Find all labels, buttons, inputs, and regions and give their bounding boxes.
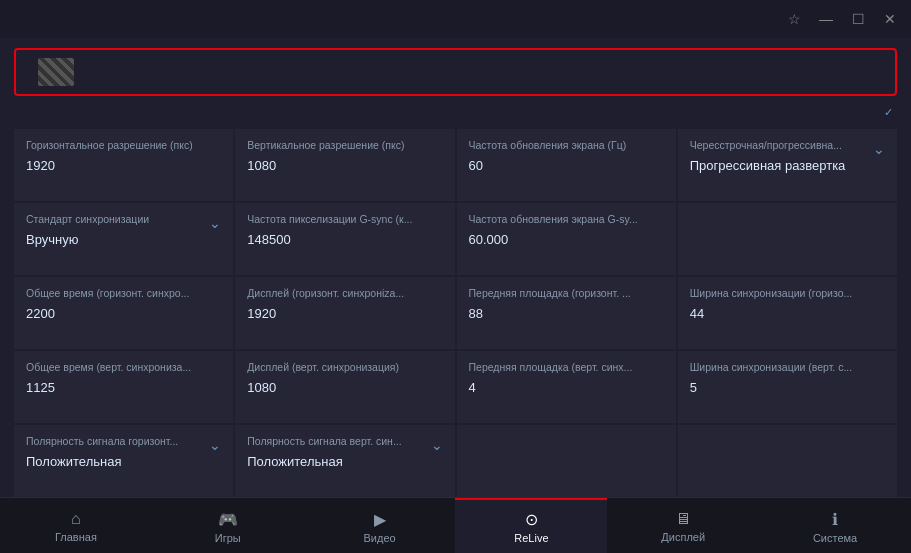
nav-icon: ℹ [832, 510, 838, 529]
setting-label: Общее время (верт. синхрониза... [26, 361, 221, 375]
nav-label: Главная [55, 531, 97, 543]
nav-item-видео[interactable]: ▶Видео [304, 498, 456, 553]
nav-label: Система [813, 532, 857, 544]
setting-value: Прогрессивная развертка [690, 158, 846, 173]
setting-label: Частота обновления экрана (Гц) [469, 139, 664, 153]
dropdown-arrow-icon[interactable]: ⌄ [873, 141, 885, 157]
setting-cell: Передняя площадка (верт. синх...4 [457, 351, 676, 423]
setting-label: Полярность сигнала верт. син... [247, 435, 401, 449]
setting-label: Ширина синхронизации (верт. с... [690, 361, 885, 375]
nav-icon: 🎮 [218, 510, 238, 529]
setting-cell: Передняя площадка (горизонт. ...88 [457, 277, 676, 349]
setting-label: Горизонтальное разрешение (пкс) [26, 139, 221, 153]
nav-icon: ⌂ [71, 510, 81, 528]
setting-label: Передняя площадка (верт. синх... [469, 361, 664, 375]
sub-actions: ✓ [870, 106, 897, 119]
setting-value: 44 [690, 306, 885, 321]
setting-value: 1920 [247, 306, 442, 321]
stripe-icon [38, 58, 74, 86]
setting-value: 60 [469, 158, 664, 173]
setting-value: 60.000 [469, 232, 664, 247]
check-icon: ✓ [884, 106, 893, 119]
nav-item-дисплей[interactable]: 🖥Дисплей [607, 498, 759, 553]
nav-label: Игры [215, 532, 241, 544]
setting-cell: Общее время (верт. синхрониза...1125 [14, 351, 233, 423]
maximize-button[interactable]: ☐ [849, 11, 867, 27]
setting-label: Вертикальное разрешение (пкс) [247, 139, 442, 153]
setting-label: Ширина синхронизации (горизо... [690, 287, 885, 301]
setting-cell[interactable]: Чересстрочная/прогрессивна...Прогрессивн… [678, 129, 897, 201]
setting-value: 148500 [247, 232, 442, 247]
nav-label: ReLive [514, 532, 548, 544]
setting-value: 1920 [26, 158, 221, 173]
sub-header: ✓ [14, 106, 897, 119]
setting-value: Вручную [26, 232, 149, 247]
main-content: ✓ Горизонтальное разрешение (пкс)1920Вер… [0, 38, 911, 497]
setting-cell[interactable]: Стандарт синхронизацииВручную⌄ [14, 203, 233, 275]
bottom-nav: ⌂Главная🎮Игры▶Видео⊙ReLive🖥ДисплейℹСисте… [0, 497, 911, 553]
close-button[interactable]: ✕ [881, 11, 899, 27]
bookmark-icon[interactable]: ☆ [785, 11, 803, 27]
titlebar-controls: ☆ — ☐ ✕ [785, 11, 899, 27]
setting-value: 5 [690, 380, 885, 395]
setting-cell: Вертикальное разрешение (пкс)1080 [235, 129, 454, 201]
nav-icon: 🖥 [675, 510, 691, 528]
setting-value: 88 [469, 306, 664, 321]
minimize-button[interactable]: — [817, 11, 835, 27]
setting-label: Полярность сигнала горизонт... [26, 435, 178, 449]
setting-cell: Дисплей (горизонт. синхронiza...1920 [235, 277, 454, 349]
setting-label: Стандарт синхронизации [26, 213, 149, 227]
setting-cell [678, 425, 897, 497]
setting-label: Дисплей (горизонт. синхронiza... [247, 287, 442, 301]
nav-item-система[interactable]: ℹСистема [759, 498, 911, 553]
setting-cell: Частота обновления экрана (Гц)60 [457, 129, 676, 201]
setting-value: Положительная [26, 454, 178, 469]
setting-cell[interactable]: Полярность сигнала верт. син...Положител… [235, 425, 454, 497]
dropdown-arrow-icon[interactable]: ⌄ [209, 215, 221, 231]
setting-cell [457, 425, 676, 497]
setting-label: Чересстрочная/прогрессивна... [690, 139, 846, 153]
nav-icon: ▶ [374, 510, 386, 529]
main-window: ☆ — ☐ ✕ ✓ Горизонтальное разре [0, 0, 911, 553]
setting-label: Передняя площадка (горизонт. ... [469, 287, 664, 301]
nav-icon: ⊙ [525, 510, 538, 529]
section-header [14, 48, 897, 96]
setting-value: 1080 [247, 158, 442, 173]
nav-item-главная[interactable]: ⌂Главная [0, 498, 152, 553]
setting-value: Положительная [247, 454, 401, 469]
setting-cell: Частота пикселизации G-sync (к...148500 [235, 203, 454, 275]
setting-label: Дисплей (верт. синхронизация) [247, 361, 442, 375]
setting-cell: Общее время (горизонт. синхро...2200 [14, 277, 233, 349]
setting-cell: Ширина синхронизации (верт. с...5 [678, 351, 897, 423]
setting-cell: Горизонтальное разрешение (пкс)1920 [14, 129, 233, 201]
nav-label: Видео [364, 532, 396, 544]
save-button[interactable]: ✓ [884, 106, 897, 119]
titlebar: ☆ — ☐ ✕ [0, 0, 911, 38]
setting-label: Частота пикселизации G-sync (к... [247, 213, 442, 227]
setting-value: 2200 [26, 306, 221, 321]
dropdown-arrow-icon[interactable]: ⌄ [431, 437, 443, 453]
setting-value: 4 [469, 380, 664, 395]
nav-item-игры[interactable]: 🎮Игры [152, 498, 304, 553]
nav-label: Дисплей [661, 531, 705, 543]
setting-cell: Ширина синхронизации (горизо...44 [678, 277, 897, 349]
setting-cell[interactable]: Полярность сигнала горизонт...Положитель… [14, 425, 233, 497]
setting-cell [678, 203, 897, 275]
nav-item-relive[interactable]: ⊙ReLive [455, 498, 607, 553]
setting-label: Частота обновления экрана G-sy... [469, 213, 664, 227]
setting-value: 1080 [247, 380, 442, 395]
dropdown-arrow-icon[interactable]: ⌄ [209, 437, 221, 453]
setting-value: 1125 [26, 380, 221, 395]
settings-grid: Горизонтальное разрешение (пкс)1920Верти… [14, 129, 897, 497]
setting-cell: Частота обновления экрана G-sy...60.000 [457, 203, 676, 275]
setting-label: Общее время (горизонт. синхро... [26, 287, 221, 301]
setting-cell: Дисплей (верт. синхронизация)1080 [235, 351, 454, 423]
